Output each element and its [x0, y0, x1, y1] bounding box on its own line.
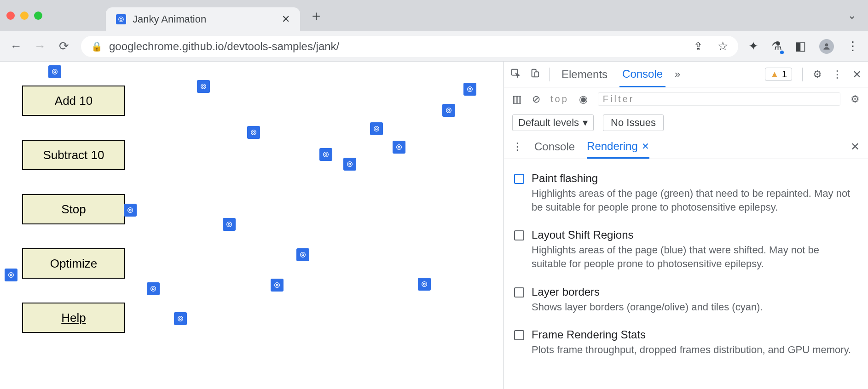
- close-window-button[interactable]: [6, 11, 15, 20]
- svg-point-23: [227, 222, 232, 227]
- svg-point-3: [52, 69, 58, 74]
- extensions-icon[interactable]: ✦: [748, 39, 758, 53]
- rendering-option-desc: Highlights areas of the page (green) tha…: [532, 187, 855, 214]
- tab-elements[interactable]: Elements: [559, 68, 610, 81]
- window-controls: [6, 11, 42, 20]
- bookmark-icon[interactable]: ☆: [718, 39, 728, 53]
- browser-toolbar: ← → ⟳ 🔒 googlechrome.github.io/devtools-…: [0, 31, 868, 62]
- warning-count: 1: [782, 69, 787, 80]
- svg-point-36: [179, 318, 181, 320]
- rendering-option-checkbox[interactable]: [514, 230, 524, 240]
- log-levels-dropdown[interactable]: Default levels▾: [512, 114, 594, 131]
- help-button[interactable]: Help: [22, 303, 125, 333]
- tab-close-icon[interactable]: ✕: [282, 13, 290, 25]
- rendering-option: Layer bordersShows layer borders (orange…: [512, 281, 857, 324]
- animated-square: [48, 65, 61, 78]
- devtools-main-tabs: Elements Console » ▲1 ⚙ ⋮ ✕: [504, 62, 868, 87]
- svg-point-19: [347, 162, 353, 167]
- drawer-tab-console[interactable]: Console: [534, 140, 575, 153]
- add-10-button[interactable]: Add 10: [22, 86, 125, 116]
- svg-point-33: [422, 282, 427, 287]
- close-rendering-tab-icon[interactable]: ✕: [642, 141, 649, 152]
- drawer-tab-rendering-label: Rendering: [587, 140, 638, 153]
- subtract-10-button[interactable]: Subtract 10: [22, 140, 125, 170]
- animated-square: [463, 83, 476, 96]
- rendering-option-desc: Plots frame throughput, dropped frames d…: [532, 343, 851, 357]
- animated-square: [319, 148, 332, 161]
- animated-square: [147, 282, 160, 295]
- rendering-option: Paint flashingHighlights areas of the pa…: [512, 167, 857, 224]
- animated-square: [247, 126, 260, 139]
- drawer-tab-rendering[interactable]: Rendering✕: [587, 140, 649, 159]
- browser-tab[interactable]: Janky Animation ✕: [106, 7, 300, 31]
- rendering-option-checkbox[interactable]: [514, 330, 524, 340]
- svg-point-24: [228, 223, 230, 225]
- console-sidebar-icon[interactable]: ▥: [512, 93, 522, 105]
- address-bar[interactable]: 🔒 googlechrome.github.io/devtools-sample…: [81, 36, 738, 57]
- rendering-option-title: Paint flashing: [532, 172, 855, 185]
- stop-button[interactable]: Stop: [22, 194, 125, 224]
- reload-button[interactable]: ⟳: [57, 39, 71, 53]
- new-tab-button[interactable]: ＋: [309, 6, 323, 25]
- warning-icon: ▲: [770, 69, 779, 80]
- svg-point-6: [203, 86, 204, 87]
- browser-menu-icon[interactable]: ⋮: [847, 39, 859, 53]
- svg-point-7: [468, 87, 473, 92]
- devtools-menu-icon[interactable]: ⋮: [832, 69, 842, 80]
- optimize-button[interactable]: Optimize: [22, 248, 125, 279]
- svg-point-12: [253, 132, 255, 133]
- svg-point-25: [9, 273, 14, 278]
- svg-point-14: [376, 128, 377, 130]
- tabs-overflow-icon[interactable]: »: [675, 69, 680, 80]
- animated-square: [296, 248, 309, 261]
- inspect-element-icon[interactable]: [510, 68, 521, 81]
- svg-point-4: [54, 71, 56, 73]
- svg-point-29: [151, 286, 156, 292]
- rendering-option-title: Layout Shift Regions: [532, 229, 855, 241]
- warnings-badge[interactable]: ▲1: [765, 68, 792, 81]
- minimize-window-button[interactable]: [20, 11, 29, 20]
- maximize-window-button[interactable]: [34, 11, 42, 20]
- drawer-close-icon[interactable]: ✕: [851, 140, 860, 153]
- profile-avatar[interactable]: [819, 39, 834, 54]
- page-controls: Add 10 Subtract 10 Stop Optimize Help: [22, 86, 125, 333]
- rendering-option-checkbox[interactable]: [514, 174, 524, 184]
- rendering-option-desc: Shows layer borders (orange/olive) and t…: [532, 300, 763, 314]
- drawer-menu-icon[interactable]: ⋮: [512, 141, 522, 153]
- rendering-option-title: Layer borders: [532, 286, 763, 298]
- add-10-label: Add 10: [55, 94, 93, 108]
- svg-point-16: [325, 154, 327, 155]
- tabs-overflow-icon[interactable]: ⌄: [848, 10, 856, 22]
- animated-square: [418, 278, 431, 291]
- devtools-settings-icon[interactable]: ⚙: [813, 69, 822, 80]
- forward-button[interactable]: →: [33, 39, 47, 53]
- devtools-close-icon[interactable]: ✕: [852, 68, 862, 81]
- animated-square: [5, 269, 17, 281]
- svg-point-22: [129, 209, 131, 211]
- rendering-option-desc: Highlights areas of the page (blue) that…: [532, 243, 855, 270]
- svg-point-30: [152, 288, 154, 290]
- svg-point-17: [397, 145, 402, 150]
- device-toolbar-icon[interactable]: [530, 68, 540, 81]
- console-settings-icon[interactable]: ⚙: [851, 93, 860, 105]
- clear-console-icon[interactable]: ⊘: [532, 93, 540, 105]
- share-icon[interactable]: ⇪: [694, 40, 703, 53]
- chevron-down-icon: ▾: [583, 117, 588, 129]
- svg-point-1: [120, 18, 122, 21]
- live-expression-icon[interactable]: ◉: [579, 93, 588, 105]
- sidepanel-icon[interactable]: ◧: [795, 39, 806, 53]
- optimize-label: Optimize: [50, 257, 98, 271]
- svg-point-13: [374, 126, 379, 132]
- back-button[interactable]: ←: [9, 39, 23, 53]
- svg-point-10: [448, 109, 450, 111]
- tab-console[interactable]: Console: [619, 68, 665, 87]
- issues-button[interactable]: No Issues: [603, 114, 664, 131]
- svg-point-8: [469, 88, 471, 90]
- context-selector[interactable]: top: [550, 94, 569, 104]
- labs-icon[interactable]: ⚗: [771, 39, 782, 53]
- rendering-option-checkbox[interactable]: [514, 287, 524, 297]
- rendering-option: Frame Rendering StatsPlots frame through…: [512, 324, 857, 367]
- svg-point-5: [201, 84, 206, 89]
- filter-input[interactable]: Filter: [598, 92, 840, 106]
- page-viewport: Add 10 Subtract 10 Stop Optimize Help: [0, 62, 503, 389]
